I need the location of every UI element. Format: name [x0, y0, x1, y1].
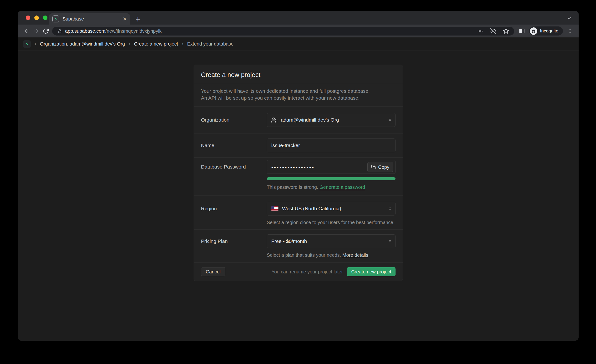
chevrons-up-down-icon	[388, 239, 392, 243]
new-tab-button[interactable]: +	[135, 16, 141, 23]
pricing-plan-select[interactable]: Free - $0/month	[267, 234, 395, 248]
star-icon[interactable]	[503, 28, 509, 34]
cancel-button[interactable]: Cancel	[201, 267, 225, 276]
browser-window: Supabase ✕ + app.supabase.com/new/jfnsmq…	[18, 11, 579, 341]
pricing-plan-helper: Select a plan that suits your needs. Mor…	[267, 252, 395, 258]
key-icon[interactable]	[478, 28, 484, 34]
incognito-badge[interactable]: Incognito	[529, 26, 563, 36]
supabase-page: › Organization: adam@windmill.dev's Org …	[18, 37, 579, 341]
url-path: /new/jfnsmqoynldvxjyhpylk	[105, 28, 162, 34]
plan-helper-text: Select a plan that suits your needs.	[267, 253, 341, 258]
omnibox-actions	[478, 28, 509, 34]
breadcrumb: › Organization: adam@windmill.dev's Org …	[18, 37, 579, 51]
pricing-plan-label: Pricing Plan	[201, 234, 267, 248]
organization-value: adam@windmill.dev's Org	[281, 117, 339, 123]
supabase-favicon-icon	[52, 15, 59, 22]
breadcrumb-separator: ›	[182, 41, 184, 47]
users-icon	[271, 117, 277, 123]
generate-password-link[interactable]: Generate a password	[320, 185, 365, 190]
name-value: issue-tracker	[271, 142, 300, 148]
password-input[interactable]: ●●●●●●●●●●●●●●●● Copy	[267, 160, 395, 174]
chevrons-up-down-icon	[388, 207, 392, 211]
tab-close-icon[interactable]: ✕	[122, 16, 127, 22]
copy-label: Copy	[378, 164, 389, 170]
strength-message: This password is strong.	[267, 185, 318, 190]
region-select[interactable]: West US (North California)	[267, 202, 395, 215]
description-line-2: An API will be set up so you can easily …	[201, 94, 395, 101]
supabase-logo-icon[interactable]	[23, 40, 31, 48]
url-text: app.supabase.com/new/jfnsmqoynldvxjyhpyl…	[65, 28, 162, 34]
name-input[interactable]: issue-tracker	[267, 139, 395, 152]
side-panel-icon[interactable]	[517, 26, 527, 36]
breadcrumb-item-create-project[interactable]: Create a new project	[134, 41, 178, 47]
browser-tab-supabase[interactable]: Supabase ✕	[49, 13, 130, 25]
password-label: Database Password	[201, 160, 267, 174]
zoom-window-button[interactable]	[43, 15, 47, 20]
lock-icon	[58, 29, 62, 33]
pricing-plan-value: Free - $0/month	[271, 238, 307, 244]
organization-label: Organization	[201, 113, 267, 127]
incognito-avatar-icon	[530, 27, 537, 35]
browser-toolbar: app.supabase.com/new/jfnsmqoynldvxjyhpyl…	[18, 25, 579, 37]
url-host: app.supabase.com	[65, 28, 105, 34]
incognito-label: Incognito	[540, 28, 558, 34]
forward-button[interactable]	[31, 26, 41, 36]
minimize-window-button[interactable]	[34, 15, 39, 20]
tab-search-chevron-icon[interactable]	[567, 16, 572, 21]
chevrons-up-down-icon	[388, 118, 392, 122]
eye-off-icon[interactable]	[490, 28, 496, 34]
copy-icon	[371, 165, 376, 170]
tab-strip: Supabase ✕ +	[18, 11, 579, 25]
breadcrumb-separator: ›	[128, 41, 130, 47]
card-title: Create a new project	[194, 65, 403, 84]
create-new-project-button[interactable]: Create new project	[347, 267, 395, 276]
password-row: Database Password ●●●●●●●●●●●●●●●● Copy …	[194, 157, 403, 195]
copy-password-button[interactable]: Copy	[367, 162, 393, 172]
description-line-1: Your project will have its own dedicated…	[201, 88, 395, 94]
card-description: Your project will have its own dedicated…	[194, 84, 403, 106]
traffic-lights	[26, 11, 47, 25]
name-row: Name issue-tracker	[194, 133, 403, 157]
more-details-link[interactable]: More details	[342, 253, 368, 258]
breadcrumb-separator: ›	[34, 41, 36, 47]
organization-select[interactable]: adam@windmill.dev's Org	[267, 113, 395, 127]
back-button[interactable]	[22, 26, 31, 36]
tab-title: Supabase	[62, 16, 119, 22]
close-window-button[interactable]	[26, 15, 30, 20]
region-row: Region West US (North California) Select…	[194, 195, 403, 229]
reload-button[interactable]	[41, 26, 50, 36]
region-label: Region	[201, 202, 267, 215]
region-helper: Select a region close to your users for …	[267, 220, 395, 225]
address-bar[interactable]: app.supabase.com/new/jfnsmqoynldvxjyhpyl…	[52, 27, 514, 36]
pricing-plan-row: Pricing Plan Free - $0/month Select a pl…	[194, 229, 403, 262]
password-helper: This password is strong. Generate a pass…	[267, 184, 395, 190]
rename-hint: You can rename your project later	[272, 269, 343, 275]
us-flag-icon	[271, 206, 278, 211]
create-project-card: Create a new project Your project will h…	[194, 65, 403, 281]
password-masked-value: ●●●●●●●●●●●●●●●●	[271, 165, 315, 169]
page-content: Create a new project Your project will h…	[18, 51, 579, 341]
password-strength-bar	[267, 177, 395, 180]
breadcrumb-item-organization[interactable]: Organization: adam@windmill.dev's Org	[40, 41, 125, 47]
card-footer: Cancel You can rename your project later…	[194, 262, 403, 281]
breadcrumb-item-extend-database: Extend your database	[187, 41, 234, 47]
organization-row: Organization adam@windmill.dev's Org	[194, 106, 403, 133]
name-label: Name	[201, 139, 267, 152]
kebab-menu-icon[interactable]	[565, 26, 575, 36]
region-value: West US (North California)	[282, 206, 341, 211]
